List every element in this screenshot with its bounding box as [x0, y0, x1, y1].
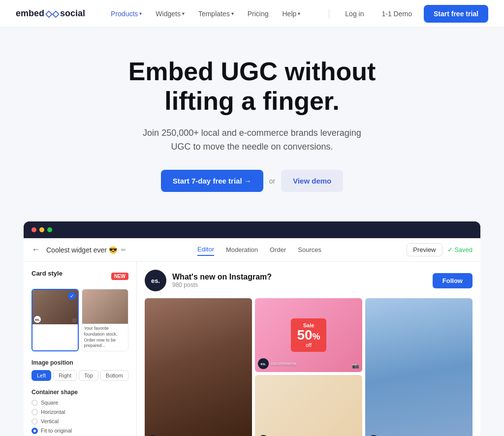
nav-pricing[interactable]: Pricing: [242, 6, 275, 22]
shape-horizontal[interactable]: Horizontal: [32, 409, 128, 415]
sale-badge: Sale 50% off: [291, 318, 326, 352]
logo-text: embed: [16, 8, 44, 19]
shape-fit[interactable]: Fit to original: [32, 428, 128, 434]
app-header-right: Preview ✓ Saved: [366, 243, 473, 256]
position-left[interactable]: Left: [32, 370, 51, 381]
feed-grid: es. escommerce 📷 Sale 50% of: [145, 298, 472, 436]
card-preview-grid: ✓ es. ⊡ Your favorite foundation stock. …: [32, 289, 128, 351]
hero-headline: Embed UGC without lifting a finger.: [104, 57, 400, 116]
feed-item-portrait[interactable]: es. escommerce 📷: [145, 298, 252, 436]
nav-widgets[interactable]: Widgets ▾: [150, 6, 190, 22]
logo-arrows: ◇◇: [45, 8, 59, 19]
widget-title-text: Coolest widget ever 😎: [46, 246, 117, 254]
nav-help[interactable]: Help ▾: [277, 6, 307, 22]
container-shape-label: Container shape: [32, 389, 128, 396]
position-pills: Left Right Top Bottom: [32, 370, 128, 381]
chevron-down-icon: ▾: [182, 11, 185, 16]
card-style-header: Card style NEW: [32, 270, 128, 283]
feed-item-shoes[interactable]: es. escommerce 📷: [255, 375, 362, 436]
demo-link[interactable]: 1-1 Demo: [376, 6, 417, 22]
or-text: or: [269, 177, 275, 185]
container-shape-group: Container shape Square Horizontal: [32, 389, 128, 434]
card-option-1[interactable]: ✓ es. ⊡: [32, 289, 79, 351]
trial-button[interactable]: Start 7-day free trial →: [161, 170, 263, 192]
image-position-label: Image position: [32, 359, 128, 366]
nav-right: Log in 1-1 Demo Start free trial: [325, 5, 488, 23]
navbar: embed◇◇social Products ▾ Widgets ▾ Templ…: [0, 0, 504, 28]
feed-info: What's new on Instagram? 980 posts: [172, 273, 433, 288]
card-text: Your favorite foundation stock. Order no…: [82, 324, 128, 351]
chevron-down-icon: ▾: [298, 11, 300, 16]
app-window: ← Coolest widget ever 😎 ✏ Editor Moderat…: [24, 238, 480, 436]
titlebar: [24, 221, 480, 238]
app-tabs: Editor Moderation Order Sources: [153, 244, 366, 256]
app-header: ← Coolest widget ever 😎 ✏ Editor Moderat…: [24, 238, 480, 262]
shape-radio-group: Square Horizontal Vertical: [32, 400, 128, 434]
tab-editor[interactable]: Editor: [197, 244, 214, 256]
minimize-dot: [39, 227, 44, 232]
position-bottom[interactable]: Bottom: [100, 370, 128, 381]
feed-overlay: es. escommerce: [258, 358, 296, 369]
widget-title: Coolest widget ever 😎 ✏: [46, 246, 153, 254]
hero-subtext: Join 250,000+ local and e-commerce brand…: [134, 126, 370, 155]
start-free-trial-button[interactable]: Start free trial: [424, 5, 488, 23]
feed-avatar: es.: [145, 270, 166, 291]
feed-posts: 980 posts: [172, 281, 433, 288]
back-button[interactable]: ←: [32, 245, 40, 255]
login-link[interactable]: Log in: [339, 6, 370, 22]
feed-item-sale[interactable]: Sale 50% off es. escommerce 📷: [255, 298, 362, 372]
feed-title: What's new on Instagram?: [172, 273, 433, 281]
position-top[interactable]: Top: [79, 370, 98, 381]
nav-templates[interactable]: Templates ▾: [192, 6, 240, 22]
radio-icon: [32, 428, 38, 434]
logo-suffix: social: [60, 8, 85, 19]
radio-icon: [32, 400, 38, 406]
hero-section: Embed UGC without lifting a finger. Join…: [0, 28, 504, 212]
nav-links: Products ▾ Widgets ▾ Templates ▾ Pricing…: [105, 6, 325, 22]
shape-vertical[interactable]: Vertical: [32, 418, 128, 425]
shape-square[interactable]: Square: [32, 400, 128, 406]
saved-badge: ✓ Saved: [447, 246, 472, 253]
logo[interactable]: embed◇◇social: [16, 8, 85, 19]
es-logo-small: es.: [34, 316, 41, 323]
radio-icon: [32, 409, 38, 415]
nav-products[interactable]: Products ▾: [105, 6, 148, 22]
close-dot: [32, 227, 36, 232]
maximize-dot: [47, 227, 52, 232]
card-option-2[interactable]: Your favorite foundation stock. Order no…: [82, 289, 129, 351]
instagram-icon: ⊡: [72, 317, 76, 323]
check-icon: ✓: [68, 292, 76, 300]
app-mockup: ← Coolest widget ever 😎 ✏ Editor Moderat…: [16, 221, 488, 436]
position-right[interactable]: Right: [53, 370, 77, 381]
feed-item-fashion[interactable]: es. escommerce 📷: [365, 298, 472, 436]
preview-button[interactable]: Preview: [407, 243, 442, 256]
follow-button[interactable]: Follow: [433, 273, 472, 288]
nav-divider: [329, 9, 329, 19]
demo-button[interactable]: View demo: [281, 170, 343, 192]
card-style-label: Card style: [32, 270, 63, 277]
chevron-down-icon: ▾: [139, 11, 142, 16]
overlay-name: escommerce: [271, 361, 296, 366]
mockup-container: ← Coolest widget ever 😎 ✏ Editor Moderat…: [24, 221, 480, 436]
tab-moderation[interactable]: Moderation: [226, 244, 258, 255]
right-panel: es. What's new on Instagram? 980 posts F…: [137, 262, 480, 436]
app-content: Card style NEW ✓ es. ⊡: [24, 262, 480, 436]
new-badge: NEW: [111, 273, 128, 280]
chevron-down-icon: ▾: [231, 11, 234, 16]
image-position-group: Image position Left Right Top Bottom: [32, 359, 128, 381]
instagram-icon: 📷: [352, 362, 359, 369]
hero-buttons: Start 7-day free trial → or View demo: [10, 170, 494, 192]
tab-sources[interactable]: Sources: [298, 244, 321, 255]
feed-header: es. What's new on Instagram? 980 posts F…: [145, 270, 472, 291]
overlay-avatar: es.: [258, 358, 269, 369]
tab-order[interactable]: Order: [270, 244, 286, 255]
edit-icon[interactable]: ✏: [121, 247, 126, 253]
left-panel: Card style NEW ✓ es. ⊡: [24, 262, 137, 436]
radio-icon: [32, 418, 38, 425]
